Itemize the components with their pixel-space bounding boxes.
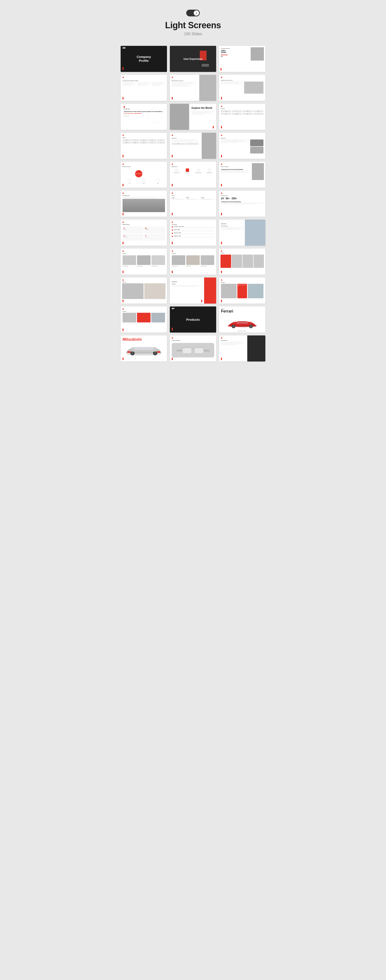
slide-proj-cards[interactable]: Projects: [121, 307, 167, 332]
timeline2-title: Timeline: [172, 253, 214, 254]
red-dot: [122, 192, 124, 194]
about-photos: [250, 140, 264, 153]
ferrari-car-svg: [223, 319, 262, 328]
slide-mitsubishi[interactable]: Mitsubishi: [121, 336, 167, 361]
wwd-lbl-1: Strategic Planning: [174, 172, 179, 173]
red-bottom: [221, 358, 222, 360]
proj-r2-img-1: [221, 284, 237, 298]
partner-3: react: [243, 110, 253, 112]
slide-about-company[interactable]: About Company Looking down into the dark…: [219, 162, 265, 188]
slide-6[interactable]: Almost before we knew it: [219, 75, 265, 101]
slide-about-dark[interactable]: Almost Us: [219, 133, 265, 159]
partner-6: dllnce: [232, 113, 242, 115]
mits-car-svg: [122, 343, 165, 356]
wwd-box-3: [197, 169, 200, 172]
explore-content: Explore the World: [189, 104, 216, 130]
red-bottom: [122, 184, 124, 186]
slide-5[interactable]: Almost before we knew it: [170, 75, 216, 101]
slide-whatwedo[interactable]: What We Do Strategic Planning Digital Us…: [170, 162, 216, 188]
slide-exp-building[interactable]: Our Experience: [121, 191, 167, 217]
wwd-strategic: Strategic Planning: [172, 169, 181, 173]
slide-projects-4col[interactable]: Projects: [219, 248, 265, 275]
red-bottom: [221, 213, 222, 215]
lines-decoration: [202, 64, 209, 67]
prices-items: Design Modern Creation: [172, 197, 214, 200]
slide-process[interactable]: Business Process Our Commitment Plan Des…: [121, 162, 167, 188]
hist-dot-3: [172, 232, 173, 234]
slide-timeline[interactable]: Timeline Three employees Advanced editio…: [121, 248, 167, 275]
slide-clients[interactable]: Clients react ☐ actv facty ▬ slack dllnc…: [121, 133, 167, 159]
red-dot: [172, 164, 173, 165]
slide-vr[interactable]: Product Catalogue: [170, 336, 216, 361]
red-dot: [221, 337, 222, 339]
swot-grid: S Strengths W Weaknesses O Opportunities…: [122, 226, 165, 240]
red-bottom: [122, 242, 124, 244]
slide-proj-red[interactable]: uniquo Projects: [170, 277, 216, 304]
mits-car-container: [122, 343, 165, 356]
history-title: Our History: [172, 224, 214, 225]
tl-lbl-2: Advanced edition: [137, 266, 151, 267]
red-bottom: [122, 97, 124, 99]
slide-exp-stats[interactable]: Our Experience 24 50+ 250+ Looking down …: [219, 191, 265, 217]
partner-1: react: [221, 110, 231, 112]
red-dot: [221, 164, 222, 165]
slide-company-profile[interactable]: CompanyProfile: [121, 46, 167, 72]
proj-col-3: [243, 255, 253, 268]
slide-partners[interactable]: Partners react ☐ react slack actv dllnce…: [219, 104, 265, 130]
exp-numbers: 24 50+ 250+: [221, 197, 264, 200]
last-text: [221, 342, 244, 345]
pi-circle-2: [142, 179, 146, 182]
proj-red-content: uniquo Projects: [172, 280, 202, 287]
hist-date-1: January 01 - Project Title: [174, 226, 214, 227]
ferrari-car-container: [223, 319, 262, 328]
slide-ferrari[interactable]: Product Ferrari Almost before we knew it: [219, 307, 265, 332]
partners-title: Partners: [221, 108, 264, 109]
swot-w: W Weaknesses: [144, 226, 165, 233]
red-bottom: [122, 271, 124, 273]
about-company-title: About Company: [221, 166, 249, 167]
red-dot: [122, 77, 124, 78]
slide-proj-2col[interactable]: Projects: [121, 277, 167, 304]
slide-proj-red2[interactable]: Projects Almost before we knew it: [219, 277, 265, 304]
wwd-box-4: [208, 169, 211, 172]
hist-desc-4: [174, 237, 214, 237]
exp-building: [122, 199, 165, 212]
clients-content: Clients react ☐ actv facty ▬ slack dllnc…: [122, 137, 165, 143]
slide-vision[interactable]: Company Vision, Mission & Values: [121, 75, 167, 101]
slide-last[interactable]: Team Member: [219, 336, 265, 361]
slide-clients2[interactable]: Almost Us react ☐: [170, 133, 216, 159]
svg-rect-18: [194, 348, 203, 353]
slide-user-experience[interactable]: User Experience: [170, 46, 216, 72]
vr-headset: [172, 343, 214, 357]
proj-c2-text: [137, 323, 151, 323]
slide-hist-photo[interactable]: uniquo Our Experience: [219, 220, 265, 246]
explore-photo: [170, 104, 189, 130]
swot-letter-o: O: [124, 235, 143, 237]
vr-title: Product Catalogue: [172, 340, 214, 341]
theme-toggle[interactable]: ✦: [186, 10, 200, 16]
proj-c3-img: [151, 313, 165, 322]
red-bar: [172, 328, 173, 331]
hist-item-1: January 01 - Project Title: [172, 226, 214, 228]
slide-timeline2[interactable]: Timeline New address here. With 6 result…: [170, 248, 216, 275]
swot-letter-s: S: [124, 228, 143, 229]
photo-bg: [199, 75, 216, 101]
exp-content: Our Experience: [122, 195, 165, 212]
slide-products-dark[interactable]: Products: [170, 307, 216, 332]
page-header: ✦ Light Screens 100 Slides: [165, 10, 221, 36]
slide-ceo-message[interactable]: CEO Message "Apparently we had reached a…: [121, 104, 167, 130]
slide-explore-world[interactable]: Explore the World: [170, 104, 216, 130]
price-design: Design: [172, 197, 185, 200]
proj-col-1: [221, 255, 231, 268]
red-dot: [172, 135, 173, 136]
timeline2-photos: [172, 255, 214, 265]
last-content: Team Member: [221, 340, 244, 345]
hist-desc-1: [174, 228, 214, 228]
svg-rect-13: [134, 347, 153, 350]
slide-prices[interactable]: Prices Design Modern C: [170, 191, 216, 217]
slide-overview[interactable]: Company Overview 1000+ $254M 800.000+ 21…: [219, 46, 265, 72]
timeline-title: Timeline: [122, 253, 165, 254]
slide-swot[interactable]: SWOT Analysis S Strengths W Weaknesses O…: [121, 220, 167, 246]
slide-history[interactable]: Our History January 01 - Project Title A…: [170, 220, 216, 246]
slides-grid: CompanyProfile User Experience Company O…: [121, 46, 265, 361]
